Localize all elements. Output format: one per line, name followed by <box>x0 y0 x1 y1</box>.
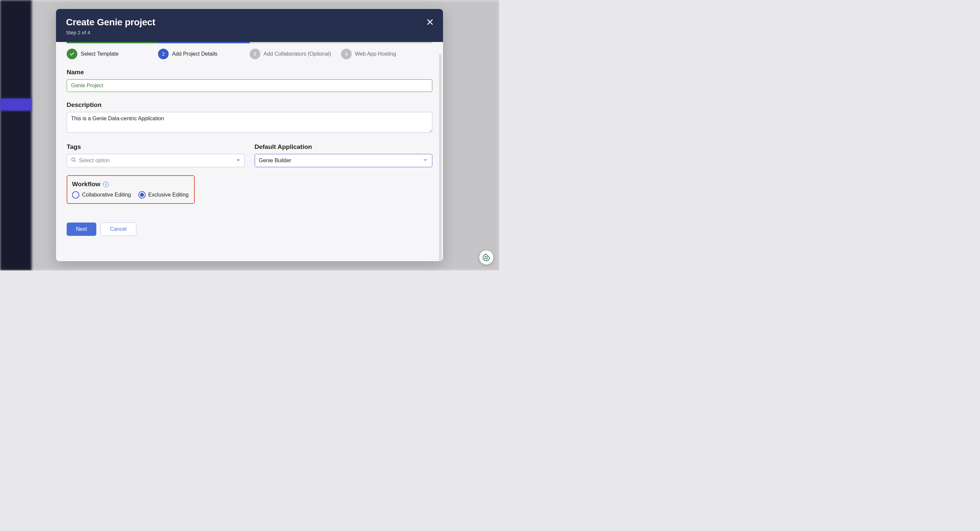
svg-point-4 <box>487 258 487 259</box>
workflow-label-text: Workflow <box>72 181 100 188</box>
stepper: Select Template 2 Add Project Details 3 … <box>67 42 432 59</box>
svg-line-1 <box>74 160 76 162</box>
sidebar-blur <box>0 0 32 271</box>
sidebar-active-item-blur <box>0 98 32 111</box>
step-select-template[interactable]: Select Template <box>67 42 158 59</box>
radio-label-exclusive: Exclusive Editing <box>148 192 189 198</box>
info-icon[interactable]: i <box>103 182 109 187</box>
step-circle-1 <box>67 49 77 59</box>
radio-exclusive[interactable]: Exclusive Editing <box>138 191 189 198</box>
check-icon <box>69 51 75 57</box>
modal-footer: Next Cancel <box>67 222 432 236</box>
workflow-label: Workflow i <box>72 181 189 188</box>
step-label-4: Web App Hosting <box>355 51 396 57</box>
radio-label-collaborative: Collaborative Editing <box>82 192 131 198</box>
cancel-button[interactable]: Cancel <box>100 222 136 236</box>
description-section: Description <box>67 101 432 134</box>
svg-point-2 <box>485 256 486 257</box>
tags-select[interactable]: Select option <box>67 154 245 167</box>
default-app-label: Default Application <box>255 143 433 151</box>
cookie-icon <box>482 254 490 262</box>
svg-point-5 <box>487 257 487 257</box>
workflow-radio-group: Collaborative Editing Exclusive Editing <box>72 191 189 198</box>
step-project-details[interactable]: 2 Add Project Details <box>158 42 249 59</box>
modal-body: Select Template 2 Add Project Details 3 … <box>56 42 443 261</box>
create-project-modal: Create Genie project Step 2 of 4 Select … <box>56 9 443 261</box>
name-input[interactable] <box>67 79 432 92</box>
default-app-select[interactable]: Genie Builder <box>255 154 433 167</box>
workflow-section-highlight: Workflow i Collaborative Editing Exclusi… <box>67 175 195 204</box>
name-section: Name <box>67 69 432 92</box>
radio-circle-exclusive <box>138 191 146 198</box>
step-circle-4: 4 <box>341 49 352 59</box>
svg-point-3 <box>485 258 485 259</box>
svg-point-0 <box>72 158 75 161</box>
caret-down-icon <box>236 158 240 163</box>
step-circle-2: 2 <box>158 49 169 59</box>
radio-circle-collaborative <box>72 191 80 198</box>
cookie-settings-button[interactable] <box>479 250 493 265</box>
default-app-value: Genie Builder <box>259 158 423 163</box>
close-icon <box>426 18 434 26</box>
scrollbar[interactable] <box>439 54 442 261</box>
step-label-1: Select Template <box>81 51 119 57</box>
name-label: Name <box>67 69 432 76</box>
default-app-section: Default Application Genie Builder <box>255 143 433 167</box>
description-textarea[interactable] <box>67 112 432 133</box>
description-label: Description <box>67 101 432 109</box>
next-button[interactable]: Next <box>67 222 96 236</box>
modal-step-text: Step 2 of 4 <box>66 30 433 35</box>
step-label-2: Add Project Details <box>172 51 217 57</box>
chevron-down-icon <box>423 157 428 164</box>
tags-placeholder: Select option <box>79 158 236 163</box>
step-label-3: Add Collaborators (Optional) <box>264 51 331 57</box>
search-icon <box>71 157 76 164</box>
step-hosting[interactable]: 4 Web App Hosting <box>341 42 432 59</box>
modal-title: Create Genie project <box>66 17 433 28</box>
radio-collaborative[interactable]: Collaborative Editing <box>72 191 131 198</box>
close-button[interactable] <box>424 16 436 28</box>
tags-section: Tags Select option <box>67 143 245 167</box>
radio-dot-exclusive <box>140 193 144 197</box>
tags-label: Tags <box>67 143 245 151</box>
step-circle-3: 3 <box>250 49 260 59</box>
step-collaborators[interactable]: 3 Add Collaborators (Optional) <box>250 42 341 59</box>
modal-header: Create Genie project Step 2 of 4 <box>56 9 443 42</box>
